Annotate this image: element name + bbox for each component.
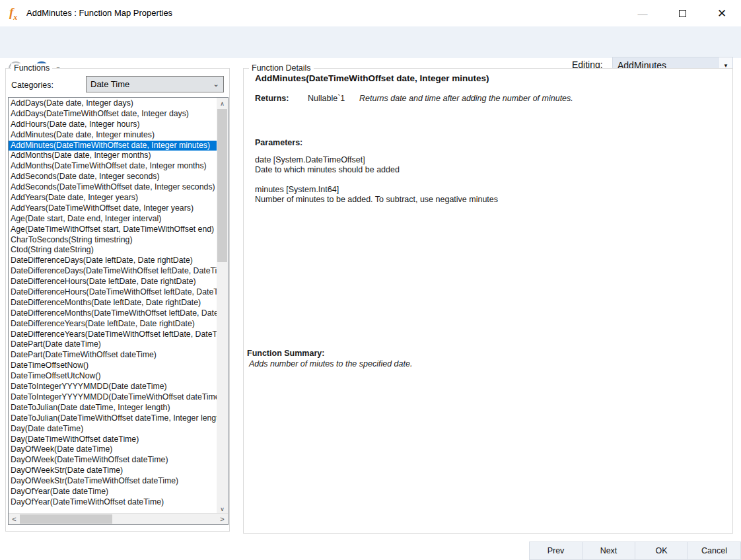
footer-button-bar: Prev Next OK Cancel	[530, 542, 741, 560]
parameter-entry: minutes [System.Int64] Number of minutes…	[255, 185, 498, 205]
function-list-item[interactable]: DateToIntegerYYYYMMDD(DateTimeWithOffset…	[9, 392, 217, 403]
function-list-item[interactable]: DayOfWeek(DateTimeWithOffset dateTime)	[9, 455, 217, 466]
horizontal-scrollbar[interactable]: < >	[9, 513, 228, 524]
parameter-description: Number of minutes to be added. To subtra…	[255, 195, 498, 205]
function-list-item[interactable]: DayOfYear(Date dateTime)	[9, 487, 217, 497]
categories-combobox[interactable]: Date Time ⌄	[86, 76, 224, 92]
function-list-item[interactable]: DateToJulian(Date dateTime, Integer leng…	[9, 403, 217, 413]
function-list-item[interactable]: DateDifferenceMonths(DateTimeWithOffset …	[9, 308, 217, 319]
returns-type: Nullable`1	[308, 94, 359, 103]
function-list: AddDays(Date date, Integer days)AddDays(…	[9, 98, 217, 513]
function-list-item[interactable]: Age(DateTimeWithOffset start, DateTimeWi…	[9, 225, 217, 235]
function-list-item[interactable]: CharToSeconds(String timestring)	[9, 235, 217, 246]
parameter-description: Date to which minutes should be added	[255, 165, 400, 175]
function-list-item[interactable]: DatePart(DateTimeWithOffset dateTime)	[9, 350, 217, 361]
returns-description: Returns date and time after adding the n…	[359, 94, 573, 103]
returns-row: Returns:Nullable`1Returns date and time …	[255, 94, 573, 103]
function-list-item[interactable]: Ctod(String dateString)	[9, 245, 217, 256]
function-list-item[interactable]: Day(DateTimeWithOffset dateTime)	[9, 435, 217, 445]
ok-button[interactable]: OK	[635, 542, 688, 560]
function-list-item[interactable]: AddMinutes(Date date, Integer minutes)	[9, 130, 217, 141]
function-list-item[interactable]: DateDifferenceMonths(Date leftDate, Date…	[9, 298, 217, 308]
maximize-button[interactable]	[667, 0, 697, 26]
prev-button[interactable]: Prev	[529, 542, 582, 560]
function-list-item[interactable]: DateTimeOffsetUtcNow()	[9, 371, 217, 382]
minimize-button[interactable]: —	[627, 0, 658, 26]
function-list-item[interactable]: AddDays(Date date, Integer days)	[9, 98, 217, 109]
function-list-item[interactable]: AddDays(DateTimeWithOffset date, Integer…	[9, 109, 217, 120]
function-list-item[interactable]: DateDifferenceHours(DateTimeWithOffset l…	[9, 287, 217, 298]
maximize-icon	[679, 10, 686, 17]
function-summary-text: Adds number of miutes to the specified d…	[249, 359, 412, 368]
function-list-item[interactable]: DateDifferenceDays(DateTimeWithOffset le…	[9, 266, 217, 277]
function-list-item[interactable]: AddYears(Date date, Integer years)	[9, 193, 217, 203]
function-list-item[interactable]: DateDifferenceHours(Date leftDate, Date …	[9, 277, 217, 287]
toolbar: ← → ▼ Editing: AddMinutes ▼	[0, 26, 741, 58]
function-list-item[interactable]: AddHours(Date date, Integer hours)	[9, 120, 217, 130]
function-list-item[interactable]: DayOfWeek(Date dateTime)	[9, 444, 217, 455]
parameter-name-type: minutes [System.Int64]	[255, 185, 498, 195]
function-list-item[interactable]: DateDifferenceDays(Date leftDate, Date r…	[9, 256, 217, 266]
function-list-item[interactable]: AddMonths(DateTimeWithOffset date, Integ…	[9, 161, 217, 172]
scroll-left-icon[interactable]: <	[9, 514, 20, 524]
function-list-item[interactable]: DateToJulian(DateTimeWithOffset dateTime…	[9, 413, 217, 424]
window-title: AddMinutes : Function Map Properties	[26, 8, 172, 18]
categories-label: Categories:	[11, 81, 53, 90]
function-list-item[interactable]: DayOfWeekStr(Date dateTime)	[9, 466, 217, 476]
function-signature: AddMinutes(DateTimeWithOffset date, Inte…	[255, 73, 489, 83]
vertical-scrollbar[interactable]: ∧ ∨	[217, 98, 228, 514]
parameter-entry: date [System.DateTimeOffset] Date to whi…	[255, 155, 400, 175]
returns-label: Returns:	[255, 94, 308, 103]
function-list-item[interactable]: AddMonths(Date date, Integer months)	[9, 151, 217, 161]
chevron-down-icon: ⌄	[209, 80, 223, 88]
function-list-item[interactable]: AddMinutes(DateTimeWithOffset date, Inte…	[9, 141, 217, 151]
scroll-right-icon[interactable]: >	[217, 514, 228, 524]
function-list-item[interactable]: Day(Date dateTime)	[9, 424, 217, 435]
function-summary-label: Function Summary:	[247, 349, 324, 358]
function-list-item[interactable]: DateDifferenceYears(Date leftDate, Date …	[9, 319, 217, 330]
scroll-up-icon[interactable]: ∧	[217, 98, 228, 109]
horizontal-scrollbar-thumb[interactable]	[20, 514, 112, 524]
function-list-item[interactable]: DateTimeOffsetNow()	[9, 361, 217, 371]
function-list-item[interactable]: AddSeconds(Date date, Integer seconds)	[9, 172, 217, 182]
function-list-item[interactable]: DateToIntegerYYYYMMDD(Date dateTime)	[9, 382, 217, 392]
parameters-label: Parameters:	[255, 138, 302, 147]
function-list-item[interactable]: DayOfYear(DateTimeWithOffset dateTime)	[9, 497, 217, 508]
functions-groupbox: Functions Categories: Date Time ⌄ AddDay…	[5, 68, 230, 532]
function-list-item[interactable]: AddSeconds(DateTimeWithOffset date, Inte…	[9, 182, 217, 193]
function-list-item[interactable]: DayOfWeekStr(DateTimeWithOffset dateTime…	[9, 476, 217, 487]
vertical-scrollbar-thumb[interactable]	[217, 109, 227, 262]
function-list-item[interactable]: Age(Date start, Date end, Integer interv…	[9, 214, 217, 225]
categories-combobox-value: Date Time	[87, 79, 209, 89]
function-list-item[interactable]: DateDifferenceYears(DateTimeWithOffset l…	[9, 330, 217, 340]
function-details-groupbox-title: Function Details	[249, 63, 314, 73]
title-bar: fx AddMinutes : Function Map Properties …	[0, 0, 741, 26]
functions-groupbox-title: Functions	[11, 63, 52, 73]
function-list-item[interactable]: DatePart(Date dateTime)	[9, 339, 217, 350]
fx-function-icon: fx	[9, 5, 17, 22]
close-button[interactable]: ✕	[707, 0, 737, 26]
function-details-groupbox: Function Details AddMinutes(DateTimeWith…	[243, 68, 733, 534]
cancel-button[interactable]: Cancel	[688, 542, 741, 560]
function-list-item[interactable]: AddYears(DateTimeWithOffset date, Intege…	[9, 203, 217, 214]
parameter-name-type: date [System.DateTimeOffset]	[255, 155, 400, 165]
next-button[interactable]: Next	[582, 542, 635, 560]
function-listbox: AddDays(Date date, Integer days)AddDays(…	[8, 97, 229, 525]
